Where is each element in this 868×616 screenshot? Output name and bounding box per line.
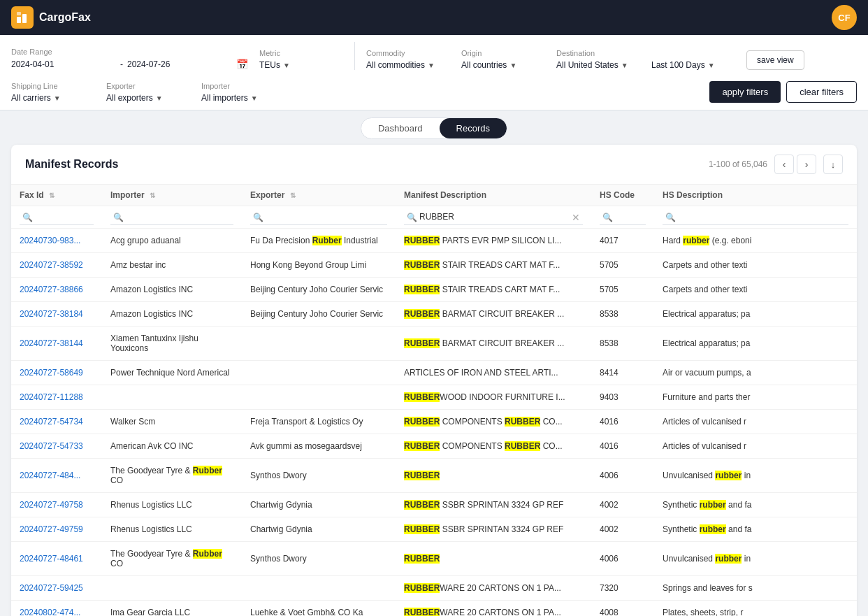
cell-hscode: 8538 <box>591 302 654 327</box>
table-header: Manifest Records 1-100 of 65,046 ‹ › ↓ <box>11 145 857 185</box>
col-header-faxid: Fax Id ⇅ <box>11 185 102 206</box>
cell-exporter: Synthos Dwory <box>242 459 396 493</box>
search-icon: 🔍 <box>253 213 263 222</box>
calendar-icon[interactable]: 📅 <box>236 59 248 70</box>
svg-rect-1 <box>22 14 27 23</box>
cell-manifest: RUBBER <box>396 459 591 493</box>
cell-hsdesc: Springs and leaves for s <box>654 576 857 601</box>
table-row[interactable]: 20240727-484...The Goodyear Tyre & Rubbe… <box>11 459 857 493</box>
table-row[interactable]: 20240727-58649Power Technique Nord Ameri… <box>11 361 857 385</box>
chevron-down-icon[interactable]: ▼ <box>621 62 628 69</box>
clear-filters-button[interactable]: clear filters <box>786 81 857 103</box>
cell-importer: The Goodyear Tyre & Rubber CO <box>102 459 242 493</box>
table-row[interactable]: 20240727-38144Xiamen Tantuxinx Ijishu Yo… <box>11 327 857 361</box>
manifest-search-clear-button[interactable]: ✕ <box>572 212 580 223</box>
cell-exporter <box>242 385 396 410</box>
apply-filters-button[interactable]: apply filters <box>709 81 781 103</box>
cell-importer <box>102 385 242 410</box>
download-button[interactable]: ↓ <box>823 155 843 174</box>
cell-hscode: 4002 <box>591 517 654 542</box>
cell-faxid: 20240727-54733 <box>11 434 102 459</box>
col-header-importer: Importer ⇅ <box>102 185 242 206</box>
cell-importer: Acg grupo aduanal <box>102 229 242 253</box>
svg-rect-0 <box>17 17 21 23</box>
chevron-down-icon[interactable]: ▼ <box>251 94 258 102</box>
table-row[interactable]: 20240727-48461The Goodyear Tyre & Rubber… <box>11 542 857 576</box>
cell-exporter: Beijing Century Joho Courier Servic <box>242 302 396 327</box>
chevron-down-icon[interactable]: ▼ <box>283 62 290 69</box>
cell-manifest: RUBBER BARMAT CIRCUIT BREAKER ... <box>396 327 591 361</box>
filter-actions: apply filters clear filters <box>709 81 857 103</box>
date-range-label: Date Range <box>11 48 248 56</box>
table-row[interactable]: 20240727-11288RUBBERWOOD INDOOR FURNITUR… <box>11 385 857 410</box>
metric-value: TEUs <box>259 60 280 70</box>
cell-manifest: RUBBERWOOD INDOOR FURNITURE I... <box>396 385 591 410</box>
date-start-input[interactable] <box>11 59 116 69</box>
cell-hscode: 4016 <box>591 410 654 434</box>
top-navigation: CargoFax CF <box>0 0 868 35</box>
hsdesc-search-input[interactable] <box>663 209 848 225</box>
cell-exporter <box>242 361 396 385</box>
tabs-row: Dashboard Records <box>0 110 868 145</box>
search-icon: 🔍 <box>22 213 33 222</box>
cell-hscode: 4002 <box>591 493 654 517</box>
table-card: Manifest Records 1-100 of 65,046 ‹ › ↓ F… <box>11 145 857 616</box>
cell-hscode: 4006 <box>591 459 654 493</box>
table-row[interactable]: 20240727-49759Rhenus Logistics LLCChartw… <box>11 517 857 542</box>
cell-faxid: 20240730-983... <box>11 229 102 253</box>
cell-hsdesc: Hard rubber (e.g. eboni <box>654 229 857 253</box>
cell-importer: Power Technique Nord Americal <box>102 361 242 385</box>
destination-label: Destination <box>556 49 640 57</box>
cell-exporter: Chartwig Gdynia <box>242 493 396 517</box>
logo-icon[interactable] <box>11 6 34 29</box>
importer-search-cell: 🔍 <box>102 206 242 229</box>
table-row[interactable]: 20240727-59425RUBBERWARE 20 CARTONS ON 1… <box>11 576 857 601</box>
sort-icon[interactable]: ⇅ <box>49 192 55 199</box>
table-row[interactable]: 20240802-474...Ima Gear Garcia LLCLuehke… <box>11 601 857 617</box>
table-row[interactable]: 20240727-54734Walker ScmFreja Transport … <box>11 410 857 434</box>
table-row[interactable]: 20240727-38866Amazon Logistics INCBeijin… <box>11 278 857 302</box>
cell-faxid: 20240727-49759 <box>11 517 102 542</box>
tab-records[interactable]: Records <box>440 118 507 138</box>
chevron-down-icon[interactable]: ▼ <box>509 62 516 69</box>
cell-hsdesc: Synthetic rubber and fa <box>654 493 857 517</box>
avatar[interactable]: CF <box>832 5 857 30</box>
manifest-search-cell: 🔍 ✕ <box>396 206 591 229</box>
chevron-down-icon[interactable]: ▼ <box>708 62 715 69</box>
save-view-button[interactable]: save view <box>746 50 804 70</box>
next-page-button[interactable]: › <box>797 155 816 174</box>
col-header-manifest: Manifest Description <box>396 185 591 206</box>
cell-hscode: 4017 <box>591 229 654 253</box>
date-end-input[interactable] <box>127 59 232 69</box>
cell-importer: Amz bestar inc <box>102 253 242 278</box>
chevron-down-icon[interactable]: ▼ <box>54 94 61 102</box>
filter-commodity: Commodity All commodities ▼ <box>366 49 450 70</box>
cell-importer <box>102 576 242 601</box>
cell-faxid: 20240727-38866 <box>11 278 102 302</box>
table-header-row: Fax Id ⇅ Importer ⇅ Exporter ⇅ Manifes <box>11 185 857 206</box>
manifest-search-input[interactable] <box>404 209 583 225</box>
cell-faxid: 20240727-38144 <box>11 327 102 361</box>
cell-hscode: 4016 <box>591 434 654 459</box>
exporter-search-input[interactable] <box>250 209 387 225</box>
cell-exporter: Fu Da Precision Rubber Industrial <box>242 229 396 253</box>
table-row[interactable]: 20240727-38592Amz bestar incHong Kong Be… <box>11 253 857 278</box>
cell-exporter: Chartwig Gdynia <box>242 517 396 542</box>
cell-hscode: 5705 <box>591 278 654 302</box>
cell-hscode: 9403 <box>591 385 654 410</box>
tab-dashboard[interactable]: Dashboard <box>361 118 440 138</box>
prev-page-button[interactable]: ‹ <box>774 155 794 174</box>
table-row[interactable]: 20240727-49758Rhenus Logistics LLCChartw… <box>11 493 857 517</box>
cell-manifest: RUBBER PARTS EVR PMP SILICON LI... <box>396 229 591 253</box>
chevron-down-icon[interactable]: ▼ <box>428 62 435 69</box>
cell-hsdesc: Carpets and other texti <box>654 278 857 302</box>
chevron-down-icon[interactable]: ▼ <box>156 94 163 102</box>
table-row[interactable]: 20240727-54733American Avk CO INCAvk gum… <box>11 434 857 459</box>
filter-bar: Date Range - 📅 Metric TEUs ▼ Commodity A… <box>0 35 868 110</box>
table-row[interactable]: 20240727-38184Amazon Logistics INCBeijin… <box>11 302 857 327</box>
sort-icon[interactable]: ⇅ <box>150 192 155 199</box>
importer-search-input[interactable] <box>110 209 233 225</box>
sort-icon[interactable]: ⇅ <box>290 192 296 199</box>
filter-shipping-line: Shipping Line All carriers ▼ <box>11 82 95 103</box>
table-row[interactable]: 20240730-983...Acg grupo aduanalFu Da Pr… <box>11 229 857 253</box>
